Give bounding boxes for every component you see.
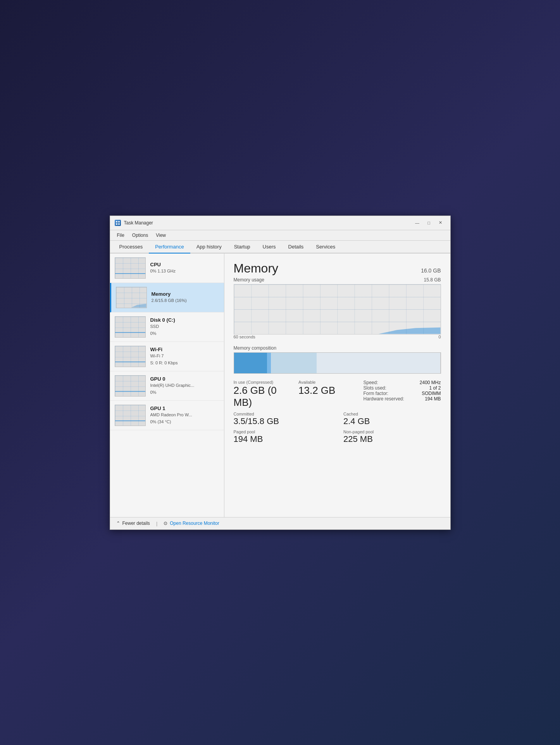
sidebar-item-gpu0[interactable]: GPU 0 Intel(R) UHD Graphic... 0% <box>110 371 224 401</box>
disk-info: Disk 0 (C:) SSD 0% <box>150 317 219 336</box>
gpu1-thumbnail <box>115 405 146 426</box>
non-paged-pool-value: 225 MB <box>343 434 441 444</box>
non-paged-pool-label: Non-paged pool <box>343 429 441 434</box>
comp-standby <box>271 353 316 373</box>
open-resource-monitor-link[interactable]: Open Resource Monitor <box>170 521 219 526</box>
gpu0-info: GPU 0 Intel(R) UHD Graphic... 0% <box>150 376 219 395</box>
open-resource-monitor-button[interactable]: ⊙ Open Resource Monitor <box>164 521 219 526</box>
panel-total: 16.0 GB <box>421 267 441 274</box>
sidebar-item-cpu[interactable]: CPU 0% 1.13 GHz <box>110 254 224 283</box>
gpu0-label: GPU 0 <box>150 376 219 382</box>
chart-label-text: Memory usage <box>234 277 264 283</box>
paged-pool-value: 194 MB <box>234 434 331 444</box>
cached-label: Cached <box>343 412 441 416</box>
chevron-up-icon: ⌃ <box>116 521 120 526</box>
chart-time: 60 seconds 0 <box>234 335 441 339</box>
sidebar-item-disk[interactable]: Disk 0 (C:) SSD 0% <box>110 312 224 342</box>
app-icon <box>115 220 121 226</box>
window-title: Task Manager <box>124 220 153 226</box>
svg-rect-1 <box>118 221 120 222</box>
hw-reserved-val: 194 MB <box>425 396 441 402</box>
cpu-label: CPU <box>150 262 219 267</box>
title-bar-left: Task Manager <box>115 220 153 226</box>
memory-info: Memory 2.6/15.8 GB (16%) <box>152 291 219 304</box>
speed-val: 2400 MHz <box>420 380 441 385</box>
committed-value: 3.5/15.8 GB <box>234 416 331 426</box>
available-value: 13.2 GB <box>298 385 351 397</box>
cpu-info: CPU 0% 1.13 GHz <box>150 262 219 274</box>
gpu1-label: GPU 1 <box>150 405 219 411</box>
cpu-detail: 0% 1.13 GHz <box>150 268 219 274</box>
disk-label: Disk 0 (C:) <box>150 317 219 323</box>
tab-processes[interactable]: Processes <box>113 241 149 254</box>
menu-view[interactable]: View <box>152 231 170 240</box>
svg-rect-2 <box>116 223 117 225</box>
svg-rect-3 <box>118 223 120 225</box>
disk-detail1: SSD <box>150 324 219 329</box>
tab-performance[interactable]: Performance <box>149 241 190 254</box>
comp-modified <box>267 353 271 373</box>
slots-key: Slots used: <box>364 385 386 391</box>
stats-row3: Paged pool 194 MB Non-paged pool 225 MB <box>234 429 441 444</box>
in-use-label: In use (Compressed) <box>234 380 286 385</box>
in-use-value: 2.6 GB (0 MB) <box>234 385 286 409</box>
title-bar: Task Manager — □ ✕ <box>110 216 450 230</box>
committed-label: Committed <box>234 412 331 416</box>
stat-in-use: In use (Compressed) 2.6 GB (0 MB) <box>234 380 286 409</box>
fewer-details-label: Fewer details <box>122 521 150 526</box>
chart-time-start: 60 seconds <box>234 335 255 339</box>
sidebar-item-memory[interactable]: Memory 2.6/15.8 GB (16%) <box>110 283 224 312</box>
usage-chart-section: Memory usage 15.8 GB 60 seconds 0 <box>234 277 441 339</box>
bottom-bar: ⌃ Fewer details | ⊙ Open Resource Monito… <box>110 517 450 529</box>
panel-title: Memory <box>234 261 279 276</box>
tab-users[interactable]: Users <box>257 241 282 254</box>
tab-app-history[interactable]: App history <box>190 241 228 254</box>
sidebar: CPU 0% 1.13 GHz Memory 2.6/15.8 GB (16%) <box>110 254 224 517</box>
memory-detail: 2.6/15.8 GB (16%) <box>152 298 219 304</box>
window-controls: — □ ✕ <box>412 219 446 227</box>
form-factor-row: Form factor: SODIMM <box>364 391 441 396</box>
slots-val: 1 of 2 <box>429 385 441 391</box>
sidebar-item-wifi[interactable]: Wi-Fi Wi-Fi 7 S: 0 R: 0 Kbps <box>110 342 224 371</box>
memory-usage-chart <box>234 284 441 335</box>
gpu0-detail2: 0% <box>150 390 219 395</box>
form-factor-key: Form factor: <box>364 391 389 396</box>
wifi-info: Wi-Fi Wi-Fi 7 S: 0 R: 0 Kbps <box>150 347 219 366</box>
memory-thumbnail <box>116 287 147 308</box>
menu-options[interactable]: Options <box>128 231 152 240</box>
cpu-thumbnail <box>115 257 146 279</box>
menu-bar: File Options View <box>110 230 450 241</box>
speed-row: Speed: 2400 MHz <box>364 380 441 385</box>
paged-pool-label: Paged pool <box>234 429 331 434</box>
minimize-button[interactable]: — <box>412 219 422 227</box>
slots-row: Slots used: 1 of 2 <box>364 385 441 391</box>
gpu0-thumbnail <box>115 375 146 397</box>
gpu1-detail1: AMD Radeon Pro W... <box>150 412 219 418</box>
stat-available: Available 13.2 GB <box>298 380 351 409</box>
tab-details[interactable]: Details <box>282 241 310 254</box>
chart-label: Memory usage 15.8 GB <box>234 277 441 283</box>
hw-reserved-key: Hardware reserved: <box>364 396 404 402</box>
separator: | <box>156 521 157 526</box>
content-area: CPU 0% 1.13 GHz Memory 2.6/15.8 GB (16%) <box>110 254 450 517</box>
maximize-button[interactable]: □ <box>424 219 434 227</box>
chart-time-end: 0 <box>438 335 441 339</box>
tab-startup[interactable]: Startup <box>228 241 257 254</box>
task-manager-window: Task Manager — □ ✕ File Options View Pro… <box>110 216 451 530</box>
wifi-thumbnail <box>115 346 146 367</box>
sidebar-item-gpu1[interactable]: GPU 1 AMD Radeon Pro W... 0% (34 °C) <box>110 401 224 430</box>
close-button[interactable]: ✕ <box>436 219 446 227</box>
disk-detail2: 0% <box>150 331 219 336</box>
gpu1-detail2: 0% (34 °C) <box>150 419 219 425</box>
wifi-detail2: S: 0 R: 0 Kbps <box>150 360 219 366</box>
fewer-details-button[interactable]: ⌃ Fewer details <box>116 521 150 526</box>
stats-row2: Committed 3.5/15.8 GB Cached 2.4 GB <box>234 412 441 426</box>
comp-free <box>317 353 441 373</box>
composition-section: Memory composition <box>234 345 441 374</box>
cached-value: 2.4 GB <box>343 416 441 426</box>
stats-row1: In use (Compressed) 2.6 GB (0 MB) Availa… <box>234 380 441 409</box>
menu-file[interactable]: File <box>113 231 128 240</box>
right-info: Speed: 2400 MHz Slots used: 1 of 2 Form … <box>364 380 441 409</box>
tab-services[interactable]: Services <box>310 241 341 254</box>
main-panel: Memory 16.0 GB Memory usage 15.8 GB 60 s… <box>224 254 450 517</box>
